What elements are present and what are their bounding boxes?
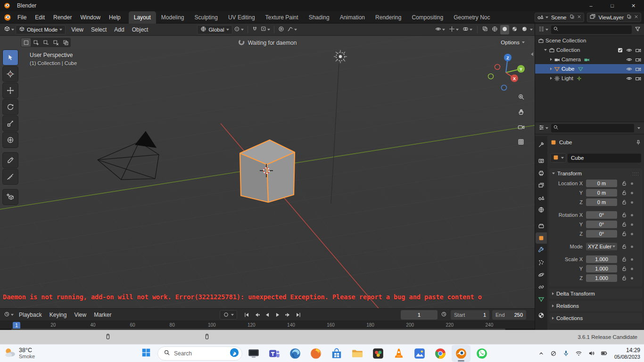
lock-icon[interactable] xyxy=(621,190,627,196)
weather-widget[interactable]: 38°C Smoke xyxy=(4,346,35,360)
transform-orientation-dropdown[interactable]: Global xyxy=(197,25,232,34)
menu-window[interactable]: Window xyxy=(76,11,105,24)
taskbar-app-firefox[interactable] xyxy=(306,345,325,362)
viewport-menu-object[interactable]: Object xyxy=(128,24,152,36)
taskbar-app-console[interactable] xyxy=(244,345,263,362)
cube-object[interactable] xyxy=(240,140,295,202)
prev-keyframe-button[interactable] xyxy=(252,310,262,320)
workspace-tab-animation[interactable]: Animation xyxy=(335,11,370,24)
tray-dnd-icon[interactable] xyxy=(547,346,560,361)
menu-file[interactable]: File xyxy=(13,11,31,24)
viewport-menu-add[interactable]: Add xyxy=(110,24,128,36)
select-mode-intersect[interactable] xyxy=(61,38,70,47)
proportional-falloff-dropdown[interactable] xyxy=(286,25,298,34)
lock-icon[interactable] xyxy=(621,256,627,262)
timeline-ruler[interactable]: 1 20406080100120140160180200220240 xyxy=(0,321,535,330)
timeline-menu-marker[interactable]: Marker xyxy=(90,309,115,321)
taskbar-app-photos[interactable] xyxy=(410,345,429,362)
timeline-menu-view[interactable]: View xyxy=(70,309,90,321)
proportional-editing-toggle[interactable] xyxy=(277,25,286,34)
select-mode-extend[interactable] xyxy=(31,38,41,47)
xray-toggle[interactable] xyxy=(481,25,489,34)
taskbar-app-vlc[interactable] xyxy=(389,345,408,362)
close-icon[interactable] xyxy=(577,14,582,21)
properties-editor-type-button[interactable] xyxy=(537,123,550,133)
outliner-item-collection[interactable]: Collection xyxy=(535,45,644,55)
taskbar-app-blender[interactable] xyxy=(452,345,471,362)
value-field[interactable]: 0 m xyxy=(586,189,617,197)
zoom-button[interactable] xyxy=(515,90,527,103)
menu-edit[interactable]: Edit xyxy=(31,11,49,24)
render-visibility-icon[interactable] xyxy=(635,57,641,63)
animate-dot[interactable] xyxy=(631,268,633,270)
mode-dropdown[interactable]: Object Mode xyxy=(16,25,66,34)
menu-help[interactable]: Help xyxy=(105,11,125,24)
properties-tab-object[interactable] xyxy=(536,232,547,244)
current-frame-field[interactable]: 1 xyxy=(401,310,438,320)
section-header[interactable]: Collections xyxy=(549,313,642,323)
animate-dot[interactable] xyxy=(631,201,633,204)
expand-arrow[interactable] xyxy=(550,67,552,70)
properties-tab-world[interactable] xyxy=(536,204,547,215)
select-mode-subtract[interactable] xyxy=(41,38,50,47)
select-mode-invert[interactable] xyxy=(51,38,60,47)
maximize-button[interactable]: □ xyxy=(602,0,623,11)
jump-start-button[interactable] xyxy=(241,310,251,320)
expand-arrow[interactable] xyxy=(544,49,547,51)
snap-settings-dropdown[interactable] xyxy=(259,25,272,34)
workspace-tab-geometry-noc[interactable]: Geometry Noc xyxy=(448,11,495,24)
transform-panel-header[interactable]: Transform :::: xyxy=(549,168,642,179)
lock-icon[interactable] xyxy=(621,212,627,218)
3d-viewport[interactable]: Z Y X Waiting for daemon Options User Pe… xyxy=(0,36,535,308)
tool-move[interactable] xyxy=(3,83,18,98)
copy-icon[interactable] xyxy=(627,14,632,21)
tool-rotate[interactable] xyxy=(3,99,18,115)
light-object[interactable] xyxy=(334,50,347,63)
auto-keying-button[interactable] xyxy=(220,310,237,320)
viewport-menu-select[interactable]: Select xyxy=(87,24,110,36)
section-header[interactable]: Delta Transform xyxy=(549,288,642,299)
outliner-item-camera[interactable]: Camera xyxy=(535,55,644,64)
workspace-tab-compositing[interactable]: Compositing xyxy=(406,11,448,24)
value-field[interactable]: 0° xyxy=(586,221,617,228)
outliner-filter-button[interactable] xyxy=(633,25,642,34)
taskbar-clock[interactable]: 14:29 05/08/2023 xyxy=(614,347,640,360)
shading-wireframe-button[interactable] xyxy=(490,25,499,34)
value-field[interactable]: 0° xyxy=(586,211,617,219)
workspace-tab-shading[interactable]: Shading xyxy=(304,11,335,24)
timeline-menu-keying[interactable]: Keying xyxy=(46,309,71,321)
taskbar-app-store[interactable] xyxy=(327,345,346,362)
camera-view-button[interactable] xyxy=(515,121,527,133)
use-preview-range-button[interactable] xyxy=(439,310,448,320)
play-button[interactable] xyxy=(272,310,282,320)
menu-render[interactable]: Render xyxy=(49,11,76,24)
frame-start-field[interactable]: Start 1 xyxy=(451,310,489,320)
grid-ortho-button[interactable] xyxy=(515,136,527,148)
workspace-tab-texture-paint[interactable]: Texture Paint xyxy=(260,11,304,24)
lock-icon[interactable] xyxy=(621,181,627,186)
minimize-button[interactable]: – xyxy=(580,0,602,11)
taskbar-app-media[interactable] xyxy=(369,345,388,362)
overlays-dropdown[interactable] xyxy=(461,25,474,34)
pivot-point-dropdown[interactable] xyxy=(232,25,245,34)
tool-box-select[interactable] xyxy=(3,50,18,65)
timeline-editor-type-button[interactable] xyxy=(2,310,15,320)
properties-tab-collection[interactable] xyxy=(536,220,547,231)
animate-dot[interactable] xyxy=(631,233,633,235)
workspace-tab-sculpting[interactable]: Sculpting xyxy=(190,11,223,24)
tray-volume-icon[interactable] xyxy=(585,346,598,361)
shading-solid-button[interactable] xyxy=(500,25,509,34)
animate-dot[interactable] xyxy=(631,258,633,261)
value-field[interactable]: 0 m xyxy=(586,180,617,187)
taskbar-app-whatsapp[interactable] xyxy=(472,345,491,362)
jump-end-button[interactable] xyxy=(293,310,303,320)
camera-object[interactable] xyxy=(98,132,159,180)
next-keyframe-button[interactable] xyxy=(283,310,293,320)
outliner-item-light[interactable]: Light xyxy=(535,74,644,83)
render-visibility-icon[interactable] xyxy=(635,66,641,72)
hide-toggle-icon[interactable] xyxy=(626,66,632,72)
outliner-item-cube[interactable]: Cube xyxy=(535,64,644,74)
render-visibility-icon[interactable] xyxy=(635,75,641,82)
render-visibility-icon[interactable] xyxy=(635,47,641,53)
value-field[interactable]: 1.000 xyxy=(586,274,617,282)
